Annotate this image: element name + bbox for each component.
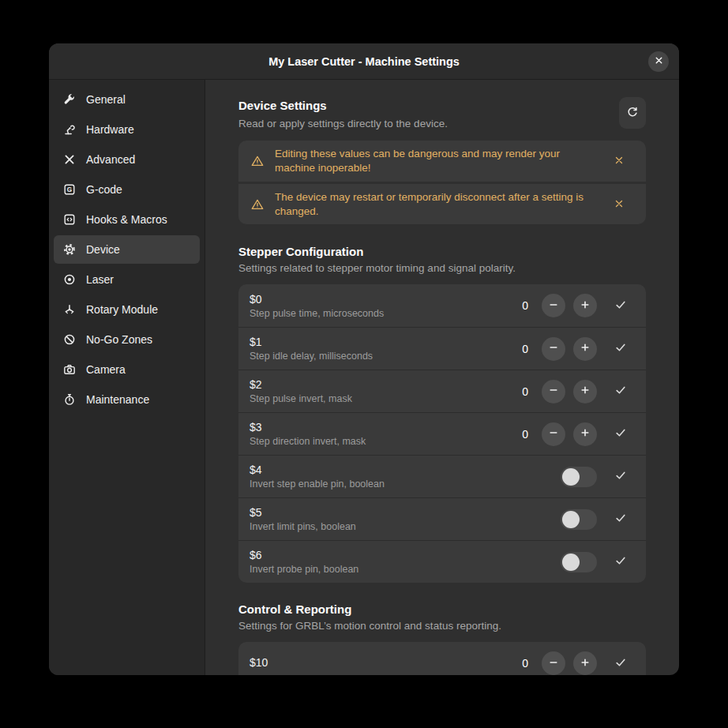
apply-button[interactable] [614, 341, 627, 356]
sidebar-item-label: Rotary Module [86, 303, 158, 316]
banner-group: Editing these values can be dangerous an… [238, 141, 646, 224]
sidebar-item-rotary-module[interactable]: Rotary Module [54, 295, 200, 324]
section-subtitle: Settings for GRBL’s motion control and s… [238, 620, 646, 632]
check-icon [614, 341, 627, 356]
setting-info: $0Step pulse time, microseconds [250, 293, 522, 319]
decrement-button[interactable] [542, 337, 565, 361]
window-title: My Laser Cutter - Machine Settings [268, 55, 460, 68]
setting-value[interactable]: 0 [522, 428, 528, 441]
sidebar-item-label: No-Go Zones [86, 333, 152, 346]
setting-info: $2Step pulse invert, mask [250, 378, 522, 404]
apply-button[interactable] [614, 384, 627, 399]
increment-button[interactable] [573, 422, 597, 446]
sidebar: GeneralHardwareAdvancedGG-codeHooks & Ma… [49, 80, 205, 675]
minus-icon [547, 341, 560, 356]
sections: Stepper ConfigurationSettings related to… [238, 245, 646, 675]
increment-button[interactable] [573, 294, 597, 317]
check-icon [614, 469, 627, 484]
increment-button[interactable] [573, 380, 597, 403]
check-icon [614, 554, 627, 569]
warning-icon [251, 155, 264, 167]
code-brackets-icon [63, 213, 76, 226]
sidebar-item-laser[interactable]: Laser [54, 265, 200, 294]
sidebar-item-hardware[interactable]: Hardware [54, 115, 200, 144]
refresh-button[interactable] [619, 97, 646, 129]
crossed-tools-icon [63, 153, 76, 166]
robot-arm-icon [63, 123, 76, 136]
sidebar-item-device[interactable]: Device [54, 235, 200, 264]
warning-banner: Editing these values can be dangerous an… [238, 141, 646, 182]
machine-settings-dialog: My Laser Cutter - Machine Settings Gener… [49, 43, 679, 675]
apply-button[interactable] [614, 512, 627, 527]
dialog-body: GeneralHardwareAdvancedGG-codeHooks & Ma… [49, 80, 679, 675]
apply-button[interactable] [614, 298, 627, 313]
setting-row-10: $100 [238, 642, 646, 675]
minus-icon [547, 298, 560, 313]
check-icon [614, 384, 627, 399]
page-subtitle: Read or apply settings directly to the d… [238, 118, 448, 129]
setting-controls: 0 [522, 337, 627, 361]
setting-info: $4Invert step enable pin, boolean [250, 463, 561, 490]
sidebar-item-label: Device [86, 243, 120, 256]
close-button[interactable] [648, 51, 669, 72]
increment-button[interactable] [573, 337, 597, 361]
sidebar-item-label: Laser [86, 273, 114, 286]
setting-controls [561, 509, 627, 530]
svg-text:G: G [67, 186, 72, 193]
sidebar-item-no-go-zones[interactable]: No-Go Zones [54, 325, 200, 354]
setting-value[interactable]: 0 [522, 299, 528, 312]
gear-icon [63, 243, 76, 256]
sidebar-item-label: Hooks & Macros [86, 213, 167, 226]
titlebar[interactable]: My Laser Cutter - Machine Settings [49, 43, 679, 80]
plus-icon [579, 656, 591, 671]
plus-icon [579, 426, 591, 441]
minus-icon [547, 656, 560, 671]
banner-dismiss-button[interactable] [611, 197, 627, 212]
wrench-icon [63, 93, 76, 106]
decrement-button[interactable] [542, 651, 565, 675]
no-entry-icon [63, 333, 76, 346]
apply-button[interactable] [614, 469, 627, 484]
apply-button[interactable] [614, 656, 627, 671]
toggle-switch[interactable] [561, 467, 597, 487]
setting-value[interactable]: 0 [522, 343, 528, 355]
setting-row-6: $6Invert probe pin, boolean [238, 540, 646, 583]
sidebar-item-camera[interactable]: Camera [54, 355, 200, 384]
sidebar-item-g-code[interactable]: GG-code [54, 175, 200, 204]
apply-button[interactable] [614, 426, 627, 441]
sidebar-item-advanced[interactable]: Advanced [54, 145, 200, 174]
setting-id: $10 [250, 656, 522, 669]
setting-controls: 0 [522, 651, 627, 675]
sidebar-item-hooks-macros[interactable]: Hooks & Macros [54, 205, 200, 234]
setting-description: Invert limit pins, boolean [250, 521, 561, 532]
sidebar-item-label: Hardware [86, 123, 134, 136]
refresh-icon [626, 106, 639, 121]
toggle-switch[interactable] [561, 509, 597, 530]
settings-group: $0Step pulse time, microseconds0$1Step i… [238, 284, 646, 583]
settings-group: $100 [238, 642, 646, 675]
minus-icon [547, 384, 560, 399]
toggle-knob [562, 511, 580, 528]
dismiss-icon [613, 198, 625, 211]
setting-info: $6Invert probe pin, boolean [250, 549, 561, 575]
plus-icon [579, 298, 591, 313]
apply-button[interactable] [614, 554, 627, 569]
sidebar-item-maintenance[interactable]: Maintenance [54, 385, 200, 414]
plus-icon [579, 341, 591, 356]
sidebar-item-general[interactable]: General [54, 85, 200, 114]
decrement-button[interactable] [542, 380, 565, 403]
section-subtitle: Settings related to stepper motor timing… [238, 262, 646, 274]
setting-value[interactable]: 0 [522, 385, 528, 398]
setting-id: $2 [250, 378, 522, 391]
decrement-button[interactable] [542, 294, 565, 317]
increment-button[interactable] [573, 651, 597, 675]
setting-info: $1Step idle delay, milliseconds [250, 336, 522, 362]
setting-id: $1 [250, 336, 522, 348]
banner-dismiss-button[interactable] [611, 153, 627, 169]
section-title: Control & Reporting [238, 602, 646, 616]
close-icon [654, 55, 664, 68]
decrement-button[interactable] [542, 422, 565, 446]
stopwatch-icon [63, 393, 76, 406]
setting-value[interactable]: 0 [522, 657, 528, 670]
toggle-switch[interactable] [561, 552, 597, 572]
